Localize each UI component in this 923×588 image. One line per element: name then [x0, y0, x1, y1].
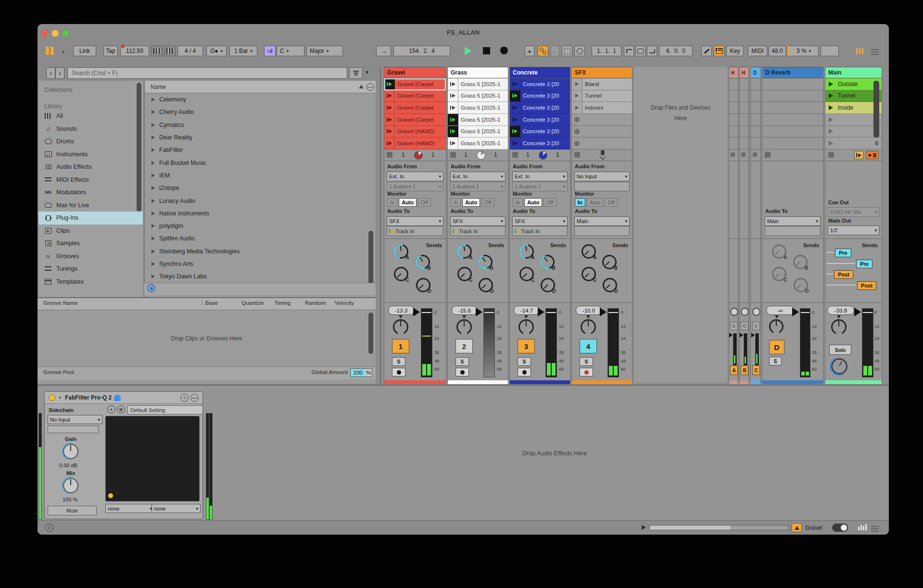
track-in-button[interactable]: Track In — [512, 226, 568, 236]
progress-bar[interactable] — [649, 525, 789, 530]
track-header[interactable]: D — [751, 67, 760, 78]
draw-mode-button[interactable] — [701, 46, 712, 56]
device-drop-zone[interactable]: Drop Audio Effects Here — [220, 386, 889, 521]
time-signature[interactable]: 4 / 4 — [177, 46, 203, 56]
sidebar-item-sounds[interactable]: ♫Sounds — [38, 123, 143, 136]
hamburger-icon[interactable] — [871, 48, 879, 56]
solo-button[interactable]: Solo — [829, 345, 851, 355]
list-item[interactable]: Steinberg Media Technologies — [145, 245, 376, 258]
track-header[interactable]: Gravel — [384, 67, 446, 78]
level-meter[interactable] — [800, 308, 810, 377]
solo-button[interactable]: S — [392, 357, 405, 366]
list-item[interactable]: polydigm — [145, 220, 376, 232]
back-to-arrangement-button[interactable] — [854, 151, 863, 159]
audio-to-select[interactable]: SFX — [387, 216, 443, 226]
tempo-field[interactable]: 112.50 — [120, 46, 149, 56]
clip-slot[interactable]: Concrete 3 [20 — [510, 114, 570, 126]
audio-to-select[interactable]: SFX — [512, 216, 568, 226]
sidebar-item-drums[interactable]: Drums — [38, 135, 143, 148]
sidebar-item-instruments[interactable]: Instruments — [38, 148, 143, 161]
loop-length[interactable]: 6. 0. 0 — [659, 46, 693, 56]
pan-knob[interactable] — [769, 319, 784, 334]
sidebar-item-max-for-live[interactable]: Max for Live — [38, 199, 143, 212]
arm-button[interactable] — [455, 368, 469, 376]
fader-handle[interactable] — [729, 333, 733, 338]
audio-from-select[interactable]: Ext. In — [512, 172, 568, 181]
browser-forward-button[interactable]: › — [55, 67, 64, 79]
list-item[interactable]: Dear Reality — [145, 131, 376, 144]
arm-button[interactable] — [580, 368, 593, 376]
track-header[interactable]: H — [729, 67, 738, 78]
cue-button[interactable]: C — [752, 322, 760, 330]
fader-handle[interactable] — [740, 333, 743, 338]
scale-mode-toggle[interactable]: ♭♯ — [264, 46, 276, 56]
track-activator[interactable]: 2 — [455, 339, 473, 353]
list-item[interactable]: Lunacy Audio — [145, 194, 376, 207]
link-button[interactable]: Link — [73, 46, 96, 56]
capture-midi-button[interactable] — [562, 46, 572, 56]
sidebar-scrollbar[interactable] — [137, 83, 141, 212]
pan-knob[interactable] — [741, 308, 749, 316]
clip-slot[interactable]: Concrete 3 [20 — [510, 78, 570, 90]
list-item[interactable]: Spitfire Audio — [145, 232, 376, 245]
clip-slot[interactable]: Indoors — [572, 102, 632, 114]
filter-icon[interactable] — [349, 67, 363, 79]
clip-stop-button[interactable] — [512, 152, 518, 158]
input-channel-select[interactable]: 1 Audient 1 — [450, 182, 506, 191]
send-c-prepost-toggle[interactable]: Post — [834, 270, 853, 279]
clip-slot[interactable]: Grass 5 [2025-1 — [448, 90, 508, 102]
computer-midi-keyboard-button[interactable] — [714, 46, 724, 56]
device-fold-icon[interactable]: ▼ — [58, 396, 62, 400]
clip-slot[interactable]: Concrete 3 [20 — [510, 102, 570, 114]
cpu-meter[interactable]: 3 % — [788, 46, 819, 56]
solo-button[interactable]: S — [580, 357, 593, 366]
clip-stop-button[interactable] — [741, 152, 746, 157]
audio-to-select[interactable]: Main — [574, 216, 630, 226]
main-out-select[interactable]: 1/2 — [828, 225, 879, 235]
track-in-button[interactable]: Track In — [387, 226, 443, 236]
sidebar-item-modulators[interactable]: NNModulators — [38, 186, 143, 199]
cue-button[interactable]: C — [730, 322, 738, 330]
info-icon[interactable]: i — [45, 524, 53, 532]
groove-base-header[interactable]: Base — [202, 300, 218, 306]
clip-slot[interactable]: Grass 5 [2025-1 — [448, 138, 508, 150]
metronome-bars-icon[interactable] — [151, 46, 163, 56]
volume-value[interactable]: -15.6 — [452, 306, 478, 315]
track-activator[interactable]: 4 — [580, 339, 597, 353]
list-item[interactable]: Celemony — [145, 93, 376, 106]
browser-back-button[interactable]: ‹ — [46, 67, 55, 79]
send-b-prepost-toggle[interactable]: Pre — [856, 260, 872, 268]
search-input[interactable]: Search (Cmd + F) — [67, 67, 347, 79]
midi-map-button[interactable]: MIDI — [748, 46, 767, 56]
device-activator[interactable] — [49, 394, 55, 401]
track-header[interactable]: Concrete — [510, 67, 570, 78]
gain-knob[interactable] — [63, 444, 78, 459]
preset-prev-icon[interactable]: ● — [107, 405, 115, 413]
fader-handle[interactable] — [538, 308, 544, 316]
fader-handle[interactable] — [600, 308, 607, 316]
track-activator[interactable]: 3 — [518, 339, 535, 353]
level-meter[interactable] — [733, 333, 737, 365]
sidebar-item-grooves[interactable]: ≈Grooves — [38, 250, 143, 263]
clip-stop-button[interactable] — [574, 152, 580, 158]
list-item[interactable]: Cherry Audio — [145, 106, 376, 118]
scale-name-menu[interactable]: Major — [306, 46, 343, 56]
stop-all-clips-button[interactable] — [828, 152, 834, 158]
session-record-button[interactable] — [574, 46, 585, 56]
clip-stop-button[interactable] — [765, 152, 771, 158]
clip-slot[interactable]: Gravel (Carpet — [384, 102, 446, 114]
param-slot-b[interactable]: none — [152, 504, 201, 513]
level-meter[interactable] — [483, 308, 495, 377]
record-button[interactable] — [500, 47, 508, 54]
device-options-icon[interactable]: ••• — [190, 394, 199, 402]
fader-handle[interactable] — [792, 308, 799, 316]
monitor-switch[interactable]: InAutoOff — [513, 198, 556, 207]
volume-value[interactable]: -14.7 — [514, 306, 540, 315]
sidechain-select[interactable]: No Input — [48, 415, 102, 424]
pan-knob[interactable] — [393, 319, 408, 335]
list-item[interactable]: Tokyo Dawn Labs — [145, 270, 376, 283]
volume-value[interactable]: -∞ — [766, 306, 794, 315]
level-meter[interactable] — [744, 333, 747, 365]
preset-field[interactable]: Default Setting — [127, 405, 203, 414]
cue-out-select[interactable]: 61/62 HP Mix — [828, 207, 879, 217]
